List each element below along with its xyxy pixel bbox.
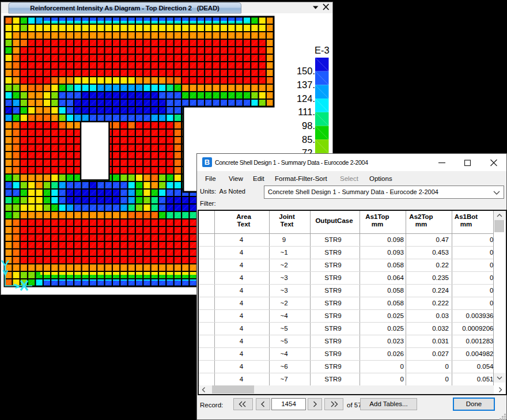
svg-text:85.: 85. (302, 134, 315, 145)
svg-text:98.: 98. (302, 120, 315, 131)
svg-text:124.: 124. (297, 93, 315, 104)
svg-text:E-3: E-3 (315, 45, 330, 55)
svg-text:Reinforcement Intensity As Dia: Reinforcement Intensity As Diagram - Top… (30, 5, 220, 12)
svg-text:111.: 111. (298, 107, 315, 117)
svg-text:137.: 137. (297, 80, 315, 90)
svg-text:150.: 150. (297, 66, 315, 76)
